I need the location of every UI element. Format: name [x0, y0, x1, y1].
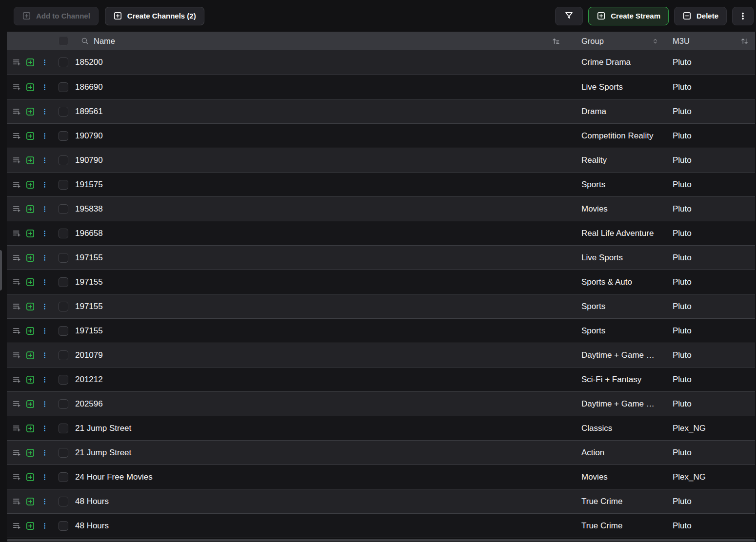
create-channel-from-stream-icon[interactable]: [25, 229, 35, 238]
create-channel-from-stream-icon[interactable]: [25, 82, 35, 92]
row-checkbox[interactable]: [59, 107, 68, 116]
create-channel-from-stream-icon[interactable]: [25, 497, 35, 506]
create-channel-from-stream-icon[interactable]: [25, 350, 35, 360]
create-stream-button[interactable]: Create Stream: [588, 7, 669, 25]
row-menu-kebab-icon[interactable]: [41, 448, 48, 458]
playlist-add-icon[interactable]: [12, 252, 22, 263]
row-checkbox[interactable]: [59, 399, 68, 409]
playlist-add-icon[interactable]: [12, 496, 22, 507]
row-menu-kebab-icon[interactable]: [41, 107, 48, 116]
playlist-add-icon[interactable]: [12, 399, 22, 409]
row-checkbox[interactable]: [59, 180, 68, 190]
column-header-m3u[interactable]: M3U: [666, 37, 734, 46]
delete-label: Delete: [696, 12, 718, 20]
row-checkbox[interactable]: [59, 375, 68, 385]
playlist-add-icon[interactable]: [12, 57, 22, 68]
row-menu-kebab-icon[interactable]: [41, 472, 48, 482]
row-menu-kebab-icon[interactable]: [41, 131, 48, 141]
row-menu-kebab-icon[interactable]: [41, 302, 48, 311]
create-channel-from-stream-icon[interactable]: [25, 521, 35, 531]
create-channel-from-stream-icon[interactable]: [25, 424, 35, 433]
row-menu-kebab-icon[interactable]: [41, 229, 48, 238]
playlist-add-icon[interactable]: [12, 423, 22, 434]
row-checkbox[interactable]: [59, 448, 68, 458]
overflow-menu-button[interactable]: [732, 7, 754, 25]
playlist-add-icon[interactable]: [12, 521, 22, 531]
row-menu-kebab-icon[interactable]: [41, 424, 48, 433]
column-header-name[interactable]: Name: [75, 37, 575, 46]
row-menu-kebab-icon[interactable]: [41, 277, 48, 287]
stream-m3u: Plex_NG: [666, 424, 734, 433]
row-checkbox[interactable]: [59, 497, 68, 506]
row-menu-kebab-icon[interactable]: [41, 399, 48, 409]
select-all-checkbox[interactable]: [59, 36, 68, 46]
sort-ascending-icon[interactable]: [552, 37, 561, 46]
playlist-add-icon[interactable]: [12, 326, 22, 336]
row-checkbox[interactable]: [59, 424, 68, 433]
filter-button[interactable]: [555, 7, 583, 25]
row-menu-kebab-icon[interactable]: [41, 497, 48, 506]
row-checkbox[interactable]: [59, 229, 68, 238]
create-channel-from-stream-icon[interactable]: [25, 277, 35, 287]
row-menu-kebab-icon[interactable]: [41, 521, 48, 531]
row-menu-kebab-icon[interactable]: [41, 253, 48, 263]
create-channel-from-stream-icon[interactable]: [25, 107, 35, 116]
chevrons-up-down-icon[interactable]: [652, 38, 658, 44]
row-menu-kebab-icon[interactable]: [41, 180, 48, 190]
playlist-add-icon[interactable]: [12, 179, 22, 190]
stream-group: Movies: [575, 472, 666, 482]
row-menu-kebab-icon[interactable]: [41, 155, 48, 165]
column-header-group[interactable]: Group: [575, 37, 666, 46]
playlist-add-icon[interactable]: [12, 204, 22, 214]
row-menu-kebab-icon[interactable]: [41, 204, 48, 214]
create-channel-from-stream-icon[interactable]: [25, 375, 35, 385]
create-channel-from-stream-icon[interactable]: [25, 448, 35, 458]
create-channel-from-stream-icon[interactable]: [25, 204, 35, 214]
row-checkbox[interactable]: [59, 155, 68, 165]
create-channel-from-stream-icon[interactable]: [25, 155, 35, 165]
create-channel-from-stream-icon[interactable]: [25, 399, 35, 409]
row-checkbox[interactable]: [59, 204, 68, 214]
row-menu-kebab-icon[interactable]: [41, 82, 48, 92]
row-checkbox[interactable]: [59, 82, 68, 92]
row-checkbox[interactable]: [59, 58, 68, 67]
playlist-add-icon[interactable]: [12, 447, 22, 458]
playlist-add-icon[interactable]: [12, 155, 22, 166]
row-menu-kebab-icon[interactable]: [41, 58, 48, 67]
playlist-add-icon[interactable]: [12, 374, 22, 385]
create-channel-from-stream-icon[interactable]: [25, 180, 35, 190]
row-checkbox[interactable]: [59, 277, 68, 287]
playlist-add-icon[interactable]: [12, 350, 22, 361]
playlist-add-icon[interactable]: [12, 82, 22, 93]
create-channel-from-stream-icon[interactable]: [25, 472, 35, 482]
create-channel-from-stream-icon[interactable]: [25, 58, 35, 67]
arrows-up-down-icon[interactable]: [740, 37, 749, 46]
playlist-add-icon[interactable]: [12, 301, 22, 312]
row-menu-kebab-icon[interactable]: [41, 326, 48, 336]
row-checkbox[interactable]: [59, 350, 68, 360]
side-drawer-handle[interactable]: [0, 250, 2, 290]
row-checkbox[interactable]: [59, 521, 68, 531]
delete-button[interactable]: Delete: [674, 7, 727, 25]
create-channel-from-stream-icon[interactable]: [25, 326, 35, 336]
playlist-add-icon[interactable]: [12, 131, 22, 141]
row-checkbox[interactable]: [59, 131, 68, 141]
search-icon[interactable]: [80, 37, 89, 45]
row-menu-kebab-icon[interactable]: [41, 375, 48, 385]
playlist-add-icon[interactable]: [12, 106, 22, 117]
create-channel-from-stream-icon[interactable]: [25, 253, 35, 263]
playlist-add-icon[interactable]: [12, 472, 22, 483]
create-channel-from-stream-icon[interactable]: [25, 302, 35, 311]
row-menu-kebab-icon[interactable]: [41, 350, 48, 360]
row-checkbox[interactable]: [59, 302, 68, 311]
row-checkbox[interactable]: [59, 472, 68, 482]
create-channel-from-stream-icon[interactable]: [25, 131, 35, 141]
create-channels-button[interactable]: Create Channels (2): [105, 7, 204, 25]
stream-group: Crime Drama: [575, 58, 666, 67]
horizontal-scrollbar-thumb[interactable]: [7, 539, 755, 542]
row-checkbox[interactable]: [59, 253, 68, 263]
add-to-channel-button[interactable]: Add to Channel: [14, 7, 99, 25]
playlist-add-icon[interactable]: [12, 228, 22, 239]
playlist-add-icon[interactable]: [12, 277, 22, 288]
row-checkbox[interactable]: [59, 326, 68, 336]
